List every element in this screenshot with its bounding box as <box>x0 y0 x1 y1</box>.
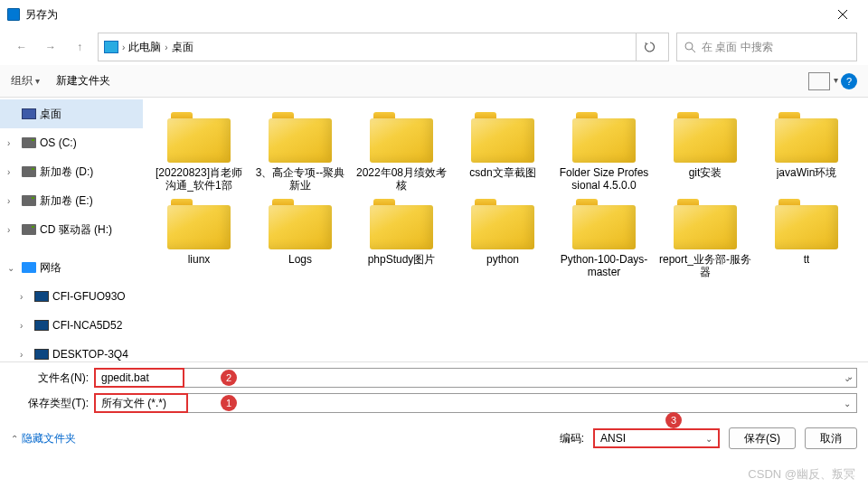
footer: ⌃ 隐藏文件夹 编码: ANSI⌄ 3 保存(S) 取消 <box>0 418 868 458</box>
folder-item[interactable]: report_业务部-服务器 <box>655 195 756 282</box>
drive-icon <box>22 166 36 177</box>
folder-icon <box>269 112 332 163</box>
folder-label: tt <box>804 253 810 266</box>
svg-line-1 <box>692 49 695 52</box>
titlebar: 另存为 <box>0 0 868 29</box>
folder-icon <box>572 112 636 163</box>
tree-label: DESKTOP-3Q4 <box>52 348 128 361</box>
folder-label: 3、高企专项--聚典新业 <box>253 166 347 192</box>
refresh-button[interactable] <box>636 33 663 61</box>
search-input[interactable]: 在 桌面 中搜索 <box>676 33 857 61</box>
folder-icon <box>370 112 433 163</box>
folder-item[interactable]: phpStudy图片 <box>351 195 452 282</box>
tree-item[interactable]: ›OS (C:) <box>0 128 143 157</box>
folder-item[interactable]: [20220823]肖老师沟通_软件1部 <box>148 108 250 195</box>
drive-icon <box>22 224 36 235</box>
pc-icon <box>104 41 118 53</box>
mon-icon <box>34 291 49 302</box>
tree-item[interactable]: ›CFI-GFUO93O <box>0 282 143 311</box>
cancel-button[interactable]: 取消 <box>805 427 857 449</box>
folder-label: git安装 <box>689 166 722 179</box>
hide-folders-link[interactable]: ⌃ 隐藏文件夹 <box>11 431 76 446</box>
folder-item[interactable]: git安装 <box>655 108 756 195</box>
tree-item[interactable]: 桌面 <box>0 99 143 128</box>
filetype-label: 保存类型(T): <box>11 396 94 411</box>
folder-icon <box>674 199 737 249</box>
folder-item[interactable]: tt <box>756 195 857 282</box>
breadcrumb[interactable]: › 此电脑 › 桌面 <box>98 33 669 61</box>
breadcrumb-folder[interactable]: 桌面 <box>172 40 193 55</box>
tree-item[interactable]: ›CD 驱动器 (H:) <box>0 215 143 244</box>
tree-label: OS (C:) <box>40 136 77 149</box>
save-button[interactable]: 保存(S) <box>729 427 796 449</box>
help-button[interactable]: ? <box>841 73 857 89</box>
mon-icon <box>34 320 49 331</box>
folder-item[interactable]: 2022年08月绩效考核 <box>351 108 452 195</box>
folder-icon <box>471 112 534 163</box>
folder-label: [20220823]肖老师沟通_软件1部 <box>152 166 246 192</box>
folder-item[interactable]: Python-100-Days-master <box>553 195 655 282</box>
tree-label: 新加卷 (E:) <box>40 193 93 209</box>
watermark: CSDN @幽反、叛冥 <box>748 466 855 483</box>
folder-label: 2022年08月绩效考核 <box>354 166 448 192</box>
folder-item[interactable]: csdn文章截图 <box>452 108 553 195</box>
chevron-down-icon: ⌄ <box>705 434 712 444</box>
search-placeholder: 在 桌面 中搜索 <box>702 40 773 55</box>
folder-label: liunx <box>188 253 211 266</box>
folder-icon <box>775 199 838 249</box>
filetype-highlight: 所有文件 (*.*) <box>94 393 188 413</box>
folder-label: phpStudy图片 <box>368 253 436 266</box>
folder-icon <box>269 199 332 249</box>
folder-item[interactable]: python <box>452 195 553 282</box>
folder-item[interactable]: Logs <box>250 195 351 282</box>
net-icon <box>22 262 36 273</box>
new-folder-button[interactable]: 新建文件夹 <box>56 73 110 89</box>
folder-label: Folder Size Professional 4.5.0.0 <box>557 166 651 192</box>
filename-input[interactable] <box>94 368 184 388</box>
mon-icon <box>34 349 49 360</box>
chevron-down-icon[interactable]: ⌄ <box>846 371 854 381</box>
tree-label: CFI-GFUO93O <box>52 290 126 303</box>
folder-icon <box>167 112 231 163</box>
folder-label: python <box>486 253 519 266</box>
annotation-badge-3: 3 <box>665 412 682 428</box>
search-icon <box>684 42 696 53</box>
up-button[interactable]: ↑ <box>69 36 90 58</box>
main-area: 桌面›OS (C:)›新加卷 (D:)›新加卷 (E:)›CD 驱动器 (H:)… <box>0 98 868 361</box>
annotation-badge-2: 2 <box>221 370 237 386</box>
chevron-down-icon: ⌄ <box>844 399 851 408</box>
tree-item[interactable]: ›DESKTOP-3Q4 <box>0 340 143 361</box>
forward-button[interactable]: → <box>40 36 61 58</box>
drive-icon <box>22 137 36 148</box>
breadcrumb-pc[interactable]: 此电脑 <box>128 40 161 55</box>
back-button[interactable]: ← <box>11 36 33 58</box>
filetype-combo[interactable]: ⌄ <box>94 393 857 413</box>
folder-label: Logs <box>288 253 312 266</box>
svg-point-0 <box>685 42 693 50</box>
folder-icon <box>370 199 433 249</box>
app-icon <box>7 8 20 21</box>
tree-item[interactable]: ›新加卷 (D:) <box>0 157 143 186</box>
folder-item[interactable]: liunx <box>148 195 250 282</box>
tree-item[interactable]: ⌄网络 <box>0 253 143 282</box>
folder-item[interactable]: Folder Size Professional 4.5.0.0 <box>553 108 655 195</box>
tree-item[interactable]: ›CFI-NCA5D52 <box>0 311 143 340</box>
encoding-label: 编码: <box>560 431 584 446</box>
view-button[interactable]: ▾ <box>808 72 830 90</box>
filename-label: 文件名(N): <box>11 371 94 386</box>
folder-icon <box>167 199 231 249</box>
close-button[interactable] <box>825 1 861 28</box>
folder-icon <box>775 112 838 163</box>
tree-label: 新加卷 (D:) <box>40 164 93 180</box>
encoding-combo[interactable]: ANSI⌄ <box>593 428 720 448</box>
toolbar: 组织 ▾ 新建文件夹 ▾ ? <box>0 65 868 98</box>
tree-item[interactable]: ›新加卷 (E:) <box>0 186 143 215</box>
folder-label: csdn文章截图 <box>469 166 535 179</box>
folder-item[interactable]: javaWin环境 <box>756 108 857 195</box>
folder-icon <box>471 199 534 249</box>
tree-label: CFI-NCA5D52 <box>52 319 122 332</box>
organize-menu[interactable]: 组织 ▾ <box>11 73 40 89</box>
bottom-panel: 文件名(N): 2 ⌄ ⌄ 保存类型(T): ⌄ 所有文件 (*.*) 1 <box>0 361 868 413</box>
folder-label: Python-100-Days-master <box>557 253 651 278</box>
folder-item[interactable]: 3、高企专项--聚典新业 <box>250 108 351 195</box>
